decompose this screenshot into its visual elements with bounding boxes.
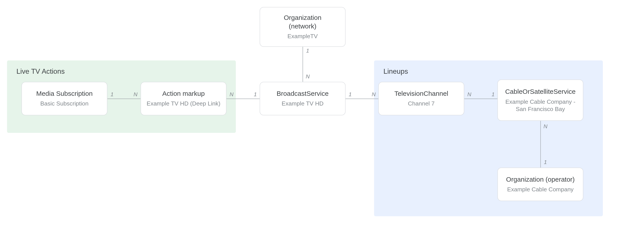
node-media-subscription: Media Subscription Basic Subscription [22,82,107,115]
node-television-channel: TelevisionChannel Channel 7 [378,82,464,115]
card-broadcast-right-side: 1 [349,91,352,97]
node-action-subtitle: Example TV HD (Deep Link) [146,100,220,108]
node-cable-title: CableOrSatelliteService [505,88,576,96]
node-org-network-title-line2: (network) [289,22,316,30]
card-orgoperator-top-side: 1 [544,159,547,165]
node-broadcast-service: BroadcastService Example TV HD [260,82,346,115]
node-org-network-title-line1: Organization [284,14,321,22]
node-organization-operator: Organization (operator) Example Cable Co… [498,168,583,201]
group-live-tv-title: Live TV Actions [16,67,226,76]
edge-tvchannel-cable [464,99,498,99]
card-broadcast-top-side: N [306,73,310,80]
card-tvchannel-right-side: N [467,91,471,97]
node-org-operator-title: Organization (operator) [506,175,574,184]
card-action-right-side: N [230,91,234,97]
edge-cable-orgoperator [540,121,541,168]
node-action-title: Action markup [162,90,205,98]
node-media-sub-title: Media Subscription [36,90,93,98]
node-tvchannel-subtitle: Channel 7 [408,100,435,108]
node-org-operator-subtitle: Example Cable Company [507,186,574,193]
node-action-markup: Action markup Example TV HD (Deep Link) [141,82,226,115]
card-orgnetwork-bottom-side: 1 [306,47,309,54]
node-org-network-title: Organization (network) [284,14,321,30]
node-cable-subtitle: Example Cable Company - San Francisco Ba… [505,98,575,113]
card-cable-left-side: 1 [492,91,495,97]
node-org-network-subtitle: ExampleTV [288,33,318,40]
edge-broadcast-tvchannel [345,99,378,99]
card-broadcast-left-side: 1 [254,91,257,97]
edge-orgnetwork-broadcast [302,47,303,82]
card-cable-bottom-side: N [544,123,548,129]
edge-mediasub-action [108,99,141,99]
group-lineups-title: Lineups [384,67,594,76]
node-tvchannel-title: TelevisionChannel [394,90,448,98]
node-cable-subtitle-line2: San Francisco Bay [516,106,565,112]
node-organization-network: Organization (network) ExampleTV [260,7,346,47]
node-broadcast-title: BroadcastService [277,90,329,98]
node-media-sub-subtitle: Basic Subscription [40,100,88,108]
node-broadcast-subtitle: Example TV HD [282,100,324,108]
edge-action-broadcast [226,99,260,99]
card-tvchannel-left-side: N [372,91,376,97]
card-action-left-side: N [134,91,138,97]
node-cable-or-satellite-service: CableOrSatelliteService Example Cable Co… [498,80,583,121]
card-mediasub-side: 1 [110,91,114,97]
node-cable-subtitle-line1: Example Cable Company - [505,98,575,105]
